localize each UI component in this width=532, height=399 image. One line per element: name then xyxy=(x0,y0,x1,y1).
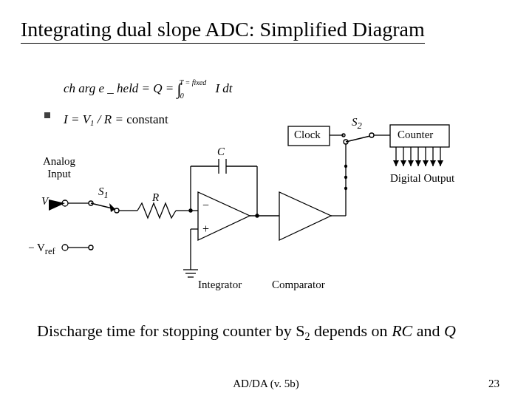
svg-marker-53 xyxy=(423,160,429,166)
footer-center: AD/DA (v. 5b) xyxy=(233,378,299,390)
label-integrator: Integrator xyxy=(198,279,242,291)
label-comparator: Comparator xyxy=(272,279,325,291)
svg-marker-51 xyxy=(408,160,414,166)
label-c: C xyxy=(217,146,225,158)
svg-point-38 xyxy=(345,166,347,168)
svg-marker-55 xyxy=(437,160,443,166)
svg-marker-50 xyxy=(400,160,406,166)
label-vref: − Vref xyxy=(28,242,55,257)
svg-line-33 xyxy=(346,136,370,142)
svg-marker-28 xyxy=(279,192,331,240)
label-v1: V₁ xyxy=(41,194,52,208)
svg-point-20 xyxy=(189,209,192,212)
label-r: R xyxy=(152,191,159,204)
label-s2: S2 xyxy=(352,116,362,132)
svg-marker-52 xyxy=(415,160,421,166)
svg-marker-49 xyxy=(393,160,399,166)
svg-point-5 xyxy=(89,245,93,250)
label-clock: Clock xyxy=(294,129,321,141)
equation-charge: ch arg e _ held = Q = ∫0T = fixed I dt xyxy=(64,78,233,97)
caption-line: Discharge time for stopping counter by S… xyxy=(37,321,456,343)
bullet-icon xyxy=(44,112,50,118)
svg-text:−: − xyxy=(202,199,209,211)
label-counter: Counter xyxy=(398,129,433,141)
label-s1: S1 xyxy=(98,185,109,201)
label-digital-output: Digital Output xyxy=(390,172,454,185)
svg-point-39 xyxy=(345,177,347,179)
footer-page-number: 23 xyxy=(488,378,499,390)
svg-point-40 xyxy=(345,188,347,190)
label-analog-input: AnalogInput xyxy=(37,155,81,180)
svg-point-1 xyxy=(62,245,68,250)
svg-point-32 xyxy=(369,133,374,137)
slide-title: Integrating dual slope ADC: Simplified D… xyxy=(21,18,425,44)
svg-text:+: + xyxy=(202,222,209,235)
circuit-diagram: − + xyxy=(43,122,486,299)
svg-marker-54 xyxy=(430,160,436,166)
